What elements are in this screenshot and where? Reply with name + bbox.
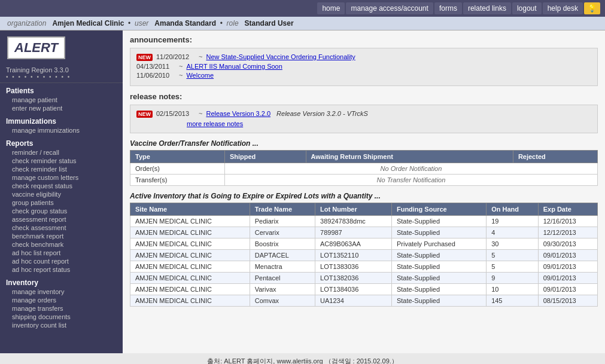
sidebar-link-group-patients[interactable]: group patients xyxy=(0,198,123,207)
inv-site-7: AMJEN MEDICAL CLINIC xyxy=(130,295,250,307)
sidebar-link-manage-custom-letters[interactable]: manage custom letters xyxy=(0,173,123,182)
new-badge-release-0: NEW xyxy=(136,111,153,118)
sidebar-link-enter-new-patient[interactable]: enter new patient xyxy=(0,104,123,112)
section-title-immunizations: Immunizations xyxy=(0,115,123,126)
footer-text: 출처: ALERT 홈페이지, www.alertiis.org （검색일 : … xyxy=(207,357,398,364)
inv-site-2: AMJEN MEDICAL CLINIC xyxy=(130,238,250,250)
inv-site-3: AMJEN MEDICAL CLINIC xyxy=(130,250,250,261)
inv-trade-3: DAPTACEL xyxy=(250,250,315,261)
release-text-0: Release Version 3.2.0 - VTrckS xyxy=(276,110,368,117)
nav-forms[interactable]: forms xyxy=(434,2,462,14)
nav-home[interactable]: home xyxy=(317,2,345,14)
inv-trade-0: Pediarix xyxy=(250,216,315,227)
sidebar-link-assessment-report[interactable]: assessment report xyxy=(0,215,123,224)
table-row: AMJEN MEDICAL CLINIC Menactra LOT1383036… xyxy=(130,261,598,273)
inv-col-onhand: On Hand xyxy=(487,203,539,216)
sidebar-link-ad-hoc-count[interactable]: ad hoc count report xyxy=(0,257,123,265)
sidebar-link-ad-hoc-list[interactable]: ad hoc list report xyxy=(0,249,123,257)
table-row: AMJEN MEDICAL CLINIC Varivax LOT1384036 … xyxy=(130,284,598,295)
new-badge-0: NEW xyxy=(136,54,153,61)
nav-logout[interactable]: logout xyxy=(512,2,542,14)
announce-link-2[interactable]: Welcome xyxy=(186,72,214,79)
more-release-notes: more release notes xyxy=(136,120,591,128)
announce-item-0: NEW 11/20/2012 ~ New State-Supplied Vacc… xyxy=(136,53,591,61)
sidebar-link-manage-immunizations[interactable]: manage immunizations xyxy=(0,126,123,134)
sidebar-link-manage-inventory[interactable]: manage inventory xyxy=(0,287,123,296)
role-label: role xyxy=(227,19,239,27)
vaccine-order-subtitle: Vaccine Order/Transfer Notification ... xyxy=(130,139,598,148)
sidebar-link-vaccine-eligibility[interactable]: vaccine eligibility xyxy=(0,190,123,198)
table-row: AMJEN MEDICAL CLINIC DAPTACEL LOT1352110… xyxy=(130,250,598,261)
sidebar-link-benchmark-report[interactable]: benchmark report xyxy=(0,232,123,240)
user-label: user xyxy=(135,19,148,27)
vot-col-awaiting: Awaiting Return Shipment xyxy=(306,151,513,163)
sidebar-link-check-benchmark[interactable]: check benchmark xyxy=(0,240,123,249)
sidebar-link-check-reminder-list[interactable]: check reminder list xyxy=(0,165,123,173)
sidebar-link-manage-orders[interactable]: manage orders xyxy=(0,296,123,304)
inv-col-trade: Trade Name xyxy=(250,203,315,216)
sidebar-link-check-reminder-status[interactable]: check reminder status xyxy=(0,157,123,165)
content-area: announcements: NEW 11/20/2012 ~ New Stat… xyxy=(123,30,605,353)
release-date-0: 02/15/2013 xyxy=(156,110,195,117)
table-row: AMJEN MEDICAL CLINIC Pentacel LOT1382036… xyxy=(130,273,598,284)
sidebar-link-manage-patient[interactable]: manage patient xyxy=(0,96,123,104)
sidebar-link-manage-transfers[interactable]: manage transfers xyxy=(0,304,123,313)
inv-lot-6: LOT1384036 xyxy=(315,284,392,295)
sidebar-logo: ALERT xyxy=(0,30,123,63)
inv-onhand-2: 30 xyxy=(487,238,539,250)
inv-trade-2: Boostrix xyxy=(250,238,315,250)
nav-help-desk[interactable]: help desk xyxy=(543,2,583,14)
inv-trade-7: Comvax xyxy=(250,295,315,307)
user-value: Amanda Standard xyxy=(154,19,216,27)
inv-col-site: Site Name xyxy=(130,203,250,216)
sidebar-section-inventory: Inventory manage inventory manage orders… xyxy=(0,275,123,331)
announce-date-2: 11/06/2010 xyxy=(136,72,175,79)
inv-col-lot: Lot Number xyxy=(315,203,392,216)
sidebar-link-ad-hoc-status[interactable]: ad hoc report status xyxy=(0,265,123,274)
release-notes-box: NEW 02/15/2013 ~ Release Version 3.2.0 R… xyxy=(130,105,598,133)
inv-expdate-6: 09/01/2013 xyxy=(538,284,597,295)
inv-lot-5: LOT1382036 xyxy=(315,273,392,284)
alert-icon: 💡 xyxy=(584,2,600,14)
region-name: Training Region 3.3.0 xyxy=(6,66,117,74)
inv-lot-1: 789987 xyxy=(315,227,392,238)
nav-manage-access[interactable]: manage access/account xyxy=(346,2,433,14)
sidebar-link-inventory-count-list[interactable]: inventory count list xyxy=(0,321,123,329)
sidebar-region: Training Region 3.3.0 • • • • • • • • • … xyxy=(0,63,123,83)
sidebar-link-check-request-status[interactable]: check request status xyxy=(0,182,123,190)
release-notes-header: release notes: xyxy=(130,92,598,101)
table-row: Transfer(s) No Transfer Notification xyxy=(130,175,598,186)
inv-trade-1: Cervarix xyxy=(250,227,315,238)
role-value: Standard User xyxy=(245,19,294,27)
release-item-0: NEW 02/15/2013 ~ Release Version 3.2.0 R… xyxy=(136,110,591,118)
inv-lot-0: 389247838dmc xyxy=(315,216,392,227)
inv-funding-3: State-Supplied xyxy=(391,250,486,261)
announce-link-1[interactable]: ALERT IIS Manual Coming Soon xyxy=(186,63,282,70)
announce-item-2: 11/06/2010 ~ Welcome xyxy=(136,72,591,79)
inv-expdate-2: 09/30/2013 xyxy=(538,238,597,250)
inv-lot-4: LOT1383036 xyxy=(315,261,392,273)
release-link-0[interactable]: Release Version 3.2.0 xyxy=(206,110,270,117)
inv-expdate-5: 09/01/2013 xyxy=(538,273,597,284)
sidebar-link-check-assessment[interactable]: check assessment xyxy=(0,224,123,232)
sidebar-link-check-group-status[interactable]: check group status xyxy=(0,207,123,215)
inv-funding-0: State-Supplied xyxy=(391,216,486,227)
inv-onhand-4: 5 xyxy=(487,261,539,273)
inv-onhand-0: 19 xyxy=(487,216,539,227)
org-label: organization xyxy=(7,19,46,27)
inv-expdate-0: 12/16/2013 xyxy=(538,216,597,227)
section-title-patients: Patients xyxy=(0,84,123,96)
vot-type-orders: Order(s) xyxy=(130,163,225,175)
sidebar-link-reminder-recall[interactable]: reminder / recall xyxy=(0,148,123,157)
inv-funding-1: State-Supplied xyxy=(391,227,486,238)
more-release-notes-link[interactable]: more release notes xyxy=(187,120,243,127)
nav-related-links[interactable]: related links xyxy=(463,2,511,14)
inv-trade-5: Pentacel xyxy=(250,273,315,284)
inv-lot-2: AC89B063AA xyxy=(315,238,392,250)
inv-col-funding: Funding Source xyxy=(391,203,486,216)
vot-col-shipped: Shipped xyxy=(224,151,306,163)
inv-site-1: AMJEN MEDICAL CLINIC xyxy=(130,227,250,238)
sidebar-link-shipping-documents[interactable]: shipping documents xyxy=(0,313,123,321)
table-row: AMJEN MEDICAL CLINIC Cervarix 789987 Sta… xyxy=(130,227,598,238)
announce-link-0[interactable]: New State-Supplied Vaccine Ordering Func… xyxy=(206,53,355,60)
